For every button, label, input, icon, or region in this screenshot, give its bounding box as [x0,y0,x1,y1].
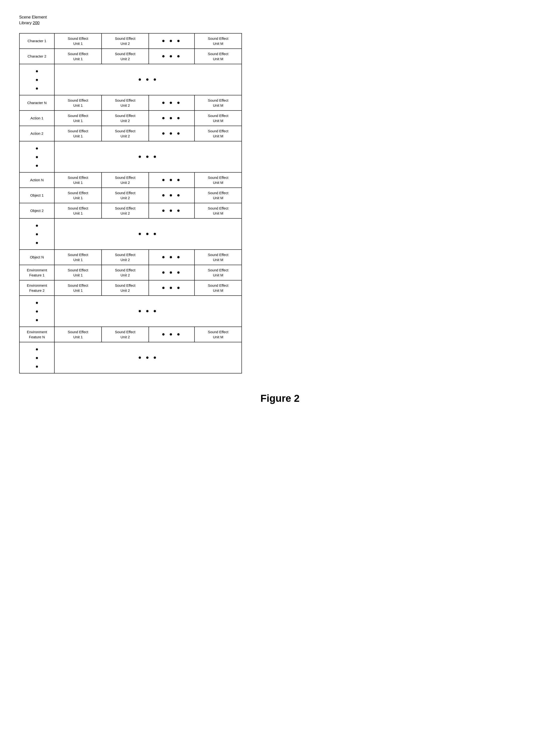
middle-dots: ● ● ● [149,172,195,188]
table-row: Action 1Sound Effect Unit 1Sound Effect … [19,111,242,126]
sound-effect-unit-m: Sound Effect Unit M [195,49,242,64]
sound-effect-unit-m: Sound Effect Unit M [195,203,242,218]
sound-effect-unit-2: Sound Effect Unit 2 [102,172,149,188]
row-label: Action 1 [19,111,54,126]
middle-dots: ● ● ● [149,95,195,111]
sound-effect-unit-m: Sound Effect Unit M [195,172,242,188]
sound-effect-unit-1: Sound Effect Unit 1 [54,49,102,64]
middle-dots: ● ● ● [149,265,195,280]
sound-effect-unit-2: Sound Effect Unit 2 [102,250,149,265]
horizontal-dots: ● ● ● [54,218,242,250]
row-label: Environment Feature 2 [19,280,54,295]
table-row: Character NSound Effect Unit 1Sound Effe… [19,95,242,111]
horizontal-dots: ● ● ● [54,64,242,95]
sound-effect-unit-2: Sound Effect Unit 2 [102,265,149,280]
sound-effect-unit-2: Sound Effect Unit 2 [102,49,149,64]
table-row: Action NSound Effect Unit 1Sound Effect … [19,172,242,188]
middle-dots: ● ● ● [149,250,195,265]
vertical-dots: ● ● ● [19,141,54,172]
sound-effect-unit-m: Sound Effect Unit M [195,95,242,111]
row-label: Character 1 [19,33,54,49]
table-row: Object 2Sound Effect Unit 1Sound Effect … [19,203,242,218]
table-row: Object 1Sound Effect Unit 1Sound Effect … [19,188,242,203]
table-row: Character 2Sound Effect Unit 1Sound Effe… [19,49,242,64]
sound-effect-unit-2: Sound Effect Unit 2 [102,188,149,203]
row-label: Action N [19,172,54,188]
sound-effect-unit-m: Sound Effect Unit M [195,126,242,141]
sound-effect-unit-m: Sound Effect Unit M [195,111,242,126]
middle-dots: ● ● ● [149,203,195,218]
sound-effect-unit-2: Sound Effect Unit 2 [102,203,149,218]
middle-dots: ● ● ● [149,126,195,141]
scene-element-table: Character 1Sound Effect Unit 1Sound Effe… [19,33,242,373]
row-label: Object 1 [19,188,54,203]
row-label: Character 2 [19,49,54,64]
sound-effect-unit-m: Sound Effect Unit M [195,250,242,265]
sound-effect-unit-1: Sound Effect Unit 1 [54,203,102,218]
table-row: Object NSound Effect Unit 1Sound Effect … [19,250,242,265]
table-row: Environment Feature 1Sound Effect Unit 1… [19,265,242,280]
vertical-dots: ● ● ● [19,295,54,327]
row-label: Object N [19,250,54,265]
row-label: Environment Feature N [19,327,54,342]
horizontal-dots: ● ● ● [54,295,242,327]
sound-effect-unit-m: Sound Effect Unit M [195,280,242,295]
ellipsis-row: ● ● ●● ● ● [19,342,242,373]
sound-effect-unit-1: Sound Effect Unit 1 [54,126,102,141]
sound-effect-unit-m: Sound Effect Unit M [195,265,242,280]
sound-effect-unit-1: Sound Effect Unit 1 [54,111,102,126]
horizontal-dots: ● ● ● [54,141,242,172]
sound-effect-unit-1: Sound Effect Unit 1 [54,33,102,49]
middle-dots: ● ● ● [149,188,195,203]
middle-dots: ● ● ● [149,49,195,64]
figure-label: Figure 2 [19,393,541,404]
sound-effect-unit-1: Sound Effect Unit 1 [54,188,102,203]
ellipsis-row: ● ● ●● ● ● [19,218,242,250]
table-row: Environment Feature NSound Effect Unit 1… [19,327,242,342]
sound-effect-unit-2: Sound Effect Unit 2 [102,95,149,111]
middle-dots: ● ● ● [149,280,195,295]
sound-effect-unit-2: Sound Effect Unit 2 [102,111,149,126]
sound-effect-unit-2: Sound Effect Unit 2 [102,280,149,295]
table-row: Character 1Sound Effect Unit 1Sound Effe… [19,33,242,49]
row-label: Action 2 [19,126,54,141]
middle-dots: ● ● ● [149,111,195,126]
vertical-dots: ● ● ● [19,342,54,373]
table-row: Action 2Sound Effect Unit 1Sound Effect … [19,126,242,141]
sound-effect-unit-1: Sound Effect Unit 1 [54,327,102,342]
vertical-dots: ● ● ● [19,218,54,250]
middle-dots: ● ● ● [149,33,195,49]
sound-effect-unit-1: Sound Effect Unit 1 [54,172,102,188]
ellipsis-row: ● ● ●● ● ● [19,64,242,95]
table-row: Environment Feature 2Sound Effect Unit 1… [19,280,242,295]
ellipsis-row: ● ● ●● ● ● [19,141,242,172]
row-label: Character N [19,95,54,111]
sound-effect-unit-1: Sound Effect Unit 1 [54,250,102,265]
vertical-dots: ● ● ● [19,64,54,95]
sound-effect-unit-m: Sound Effect Unit M [195,33,242,49]
row-label: Object 2 [19,203,54,218]
row-label: Environment Feature 1 [19,265,54,280]
sound-effect-unit-1: Sound Effect Unit 1 [54,95,102,111]
sound-effect-unit-m: Sound Effect Unit M [195,188,242,203]
sound-effect-unit-1: Sound Effect Unit 1 [54,265,102,280]
sound-effect-unit-2: Sound Effect Unit 2 [102,327,149,342]
sound-effect-unit-m: Sound Effect Unit M [195,327,242,342]
sound-effect-unit-1: Sound Effect Unit 1 [54,280,102,295]
sound-effect-unit-2: Sound Effect Unit 2 [102,126,149,141]
sound-effect-unit-2: Sound Effect Unit 2 [102,33,149,49]
horizontal-dots: ● ● ● [54,342,242,373]
ellipsis-row: ● ● ●● ● ● [19,295,242,327]
page-label: Scene Element Library 200 [19,14,541,26]
middle-dots: ● ● ● [149,327,195,342]
